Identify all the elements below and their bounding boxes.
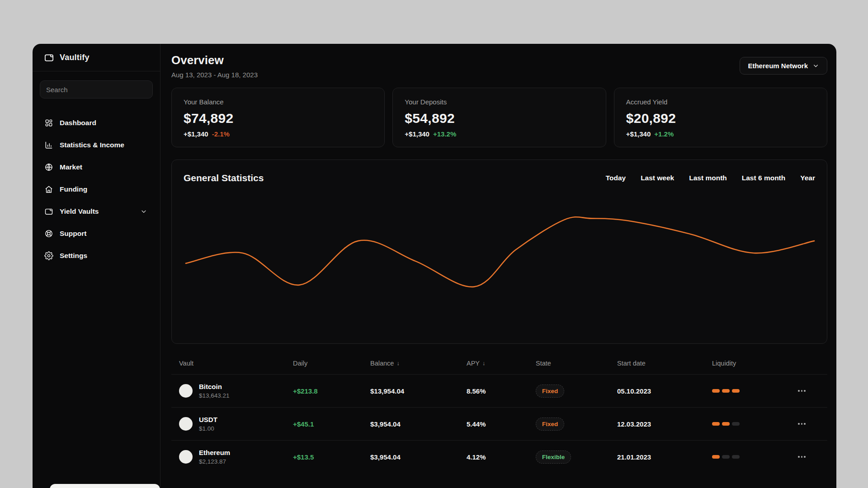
sort-arrow-icon: ↓	[396, 360, 400, 366]
liquidity-meter	[712, 389, 795, 393]
search-field	[40, 80, 153, 99]
lifebuoy-icon	[44, 229, 53, 238]
asset-avatar	[179, 450, 193, 464]
globe-icon	[44, 163, 53, 172]
line-chart	[172, 160, 827, 343]
table-row-usdt: USDT $1.00 +$45.1 $3,954.04 5.44% Fixed …	[171, 407, 827, 440]
sidebar-item-label: Support	[60, 230, 86, 238]
gear-icon	[44, 251, 53, 260]
row-menu-button[interactable]	[795, 453, 808, 460]
asset-price: $13,643.21	[199, 392, 230, 399]
asset-name: Bitcoin	[199, 383, 230, 390]
sidebar-item-yield-vaults[interactable]: Yield Vaults	[33, 200, 160, 222]
card-value: $54,892	[405, 111, 594, 126]
logo: Vaultify	[33, 44, 160, 71]
stat-card-balance: Your Balance $74,892 +$1,340 -2.1%	[171, 88, 385, 147]
sidebar-item-label: Yield Vaults	[60, 207, 99, 216]
sidebar-item-market[interactable]: Market	[33, 156, 160, 178]
delta-amount: +$1,340	[626, 130, 651, 138]
bar-chart-icon	[44, 141, 53, 150]
chart-line-series	[186, 217, 814, 287]
table-header: Vault Daily Balance↓ APY↓ State Start da…	[171, 352, 827, 374]
wallet-icon	[44, 207, 53, 216]
filter-today[interactable]: Today	[606, 174, 626, 182]
sidebar-item-settings[interactable]: Settings	[33, 244, 160, 267]
vaults-table: Vault Daily Balance↓ APY↓ State Start da…	[171, 352, 827, 473]
balance-value: $3,954.04	[370, 420, 467, 428]
balance-value: $3,954.04	[370, 453, 467, 461]
filter-last-6-month[interactable]: Last 6 month	[742, 174, 785, 182]
daily-change: +$45.1	[293, 420, 370, 428]
card-label: Accrued Yield	[626, 98, 815, 106]
daily-change: +$213.8	[293, 387, 370, 395]
app-title: Vaultify	[60, 53, 90, 62]
liquidity-pill	[722, 422, 730, 426]
filter-year[interactable]: Year	[800, 174, 815, 182]
table-row-bitcoin: Bitcoin $13,643.21 +$213.8 $13,954.04 8.…	[171, 374, 827, 407]
stat-cards: Your Balance $74,892 +$1,340 -2.1% Your …	[171, 88, 827, 147]
row-menu-button[interactable]	[795, 420, 808, 427]
liquidity-pill	[732, 422, 740, 426]
sidebar-item-funding[interactable]: Funding	[33, 178, 160, 200]
network-selector-button[interactable]: Ethereum Network	[740, 57, 827, 75]
dashboard-window: Vaultify Dashboard Statistics & Income	[33, 44, 836, 488]
dashboard-grid-icon	[44, 118, 53, 127]
filter-last-month[interactable]: Last month	[689, 174, 727, 182]
filter-last-week[interactable]: Last week	[641, 174, 674, 182]
apy-value: 4.12%	[467, 453, 536, 461]
liquidity-meter	[712, 455, 795, 459]
asset-avatar	[179, 384, 193, 398]
table-row-ethereum: Ethereum $2,123.87 +$13.5 $3,954.04 4.12…	[171, 440, 827, 473]
asset-name: USDT	[199, 416, 217, 423]
sidebar-item-label: Statistics & Income	[60, 141, 124, 149]
sidebar-item-label: Market	[60, 163, 82, 171]
chevron-down-icon	[139, 208, 148, 215]
delta-amount: +$1,340	[184, 130, 208, 138]
stat-card-accrued-yield: Accrued Yield $20,892 +$1,340 +1.2%	[614, 88, 827, 147]
column-header-state: State	[536, 360, 617, 367]
time-filters: Today Last week Last month Last 6 month …	[606, 174, 815, 182]
start-date-value: 05.10.2023	[617, 387, 712, 395]
liquidity-pill	[722, 389, 730, 393]
daily-change: +$13.5	[293, 453, 370, 461]
delta-percent: -2.1%	[212, 130, 230, 138]
stat-card-deposits: Your Deposits $54,892 +$1,340 +13.2%	[392, 88, 606, 147]
start-date-value: 12.03.2023	[617, 420, 712, 428]
sidebar-item-label: Dashboard	[60, 119, 96, 127]
column-header-apy[interactable]: APY↓	[467, 360, 536, 367]
balance-value: $13,954.04	[370, 387, 467, 395]
sidebar-item-statistics-income[interactable]: Statistics & Income	[33, 134, 160, 156]
row-menu-button[interactable]	[795, 387, 808, 394]
column-header-daily: Daily	[293, 360, 370, 367]
sidebar: Vaultify Dashboard Statistics & Income	[33, 44, 160, 488]
main-content: Overview Aug 13, 2023 - Aug 18, 2023 Eth…	[160, 44, 836, 488]
card-label: Your Balance	[184, 98, 373, 106]
column-header-start-date: Start date	[617, 360, 712, 367]
sidebar-bottom-card	[50, 484, 160, 488]
asset-name: Ethereum	[199, 449, 230, 456]
wallet-icon	[44, 52, 54, 63]
liquidity-pill	[722, 455, 730, 459]
column-header-balance[interactable]: Balance↓	[370, 360, 467, 367]
liquidity-pill	[732, 389, 740, 393]
delta-percent: +13.2%	[433, 130, 456, 138]
page-title: Overview	[171, 53, 827, 67]
state-badge: Fixed	[536, 418, 564, 431]
state-badge: Fixed	[536, 385, 564, 398]
liquidity-pill	[712, 389, 720, 393]
sidebar-item-label: Settings	[60, 252, 87, 260]
panel-title: General Statistics	[184, 173, 264, 183]
liquidity-pill	[712, 455, 720, 459]
sidebar-item-dashboard[interactable]: Dashboard	[33, 112, 160, 134]
chevron-down-icon	[812, 62, 819, 69]
asset-price: $2,123.87	[199, 458, 230, 465]
liquidity-pill	[712, 422, 720, 426]
apy-value: 8.56%	[467, 387, 536, 395]
asset-avatar	[179, 417, 193, 431]
liquidity-pill	[732, 455, 740, 459]
apy-value: 5.44%	[467, 420, 536, 428]
sidebar-item-support[interactable]: Support	[33, 222, 160, 244]
search-input[interactable]	[46, 86, 146, 94]
column-header-liquidity: Liquidity	[712, 360, 795, 367]
delta-amount: +$1,340	[405, 130, 429, 138]
